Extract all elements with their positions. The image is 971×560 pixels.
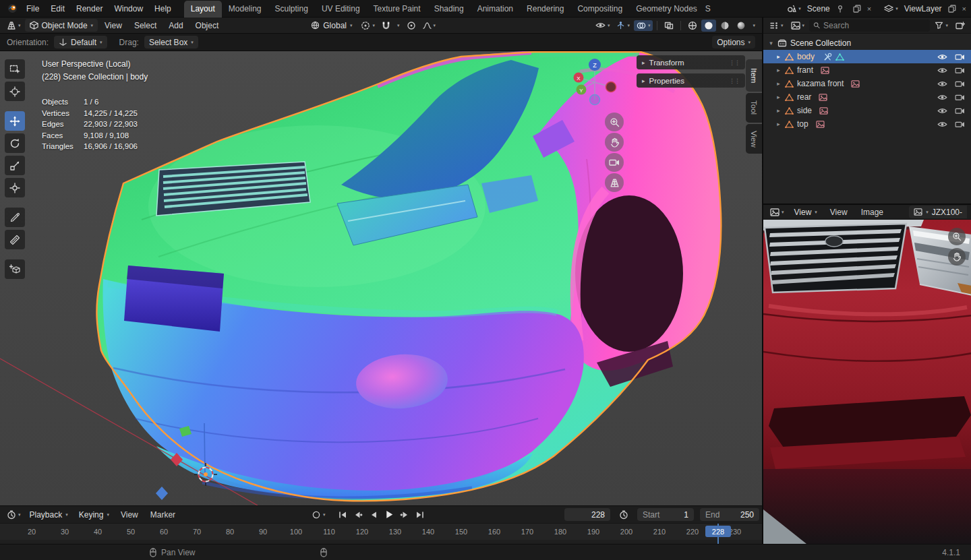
drag-grip-icon[interactable]: ⋮⋮ xyxy=(729,77,740,84)
view-layer-icon[interactable]: ▾ xyxy=(881,3,901,14)
workspace-tab-geometry-nodes[interactable]: Geometry Nodes xyxy=(629,1,704,18)
hide-eye-icon[interactable] xyxy=(937,67,947,74)
stopwatch-icon[interactable] xyxy=(616,509,631,521)
playhead-frame-badge[interactable]: 228 xyxy=(705,526,731,537)
hide-eye-icon[interactable] xyxy=(937,53,947,61)
workspace-tab-layout[interactable]: Layout xyxy=(184,1,222,18)
properties-panel-header[interactable]: ▸ Properties ⋮⋮ xyxy=(637,73,745,88)
gizmo-z-negative[interactable] xyxy=(590,95,600,105)
previous-keyframe-button[interactable] xyxy=(351,509,365,521)
keying-menu[interactable]: Keying▾ xyxy=(74,508,114,521)
image-texture-icon[interactable] xyxy=(819,94,827,101)
menu-select[interactable]: Select xyxy=(129,20,162,32)
play-button[interactable] xyxy=(382,509,396,521)
shading-settings-button[interactable]: ▾ xyxy=(750,22,758,29)
hide-eye-icon[interactable] xyxy=(937,80,947,88)
menu-help[interactable]: Help xyxy=(149,3,177,15)
scene-name[interactable]: Scene xyxy=(807,4,830,13)
new-view-layer-icon[interactable] xyxy=(945,3,959,14)
scale-tool-icon[interactable] xyxy=(5,156,25,175)
jump-to-end-button[interactable] xyxy=(413,509,427,521)
image-image-menu[interactable]: Image xyxy=(856,206,889,218)
zoom-button[interactable] xyxy=(605,113,624,131)
cursor-tool-icon[interactable] xyxy=(5,82,25,101)
sidebar-tab-tool[interactable]: Tool xyxy=(746,93,762,123)
workspace-tab-rendering[interactable]: Rendering xyxy=(520,1,570,18)
auto-keying-button[interactable]: ▾ xyxy=(309,509,328,521)
timeline-editor-type-button[interactable]: ▾ xyxy=(4,509,24,521)
blender-logo-icon[interactable] xyxy=(5,2,20,15)
annotate-tool-icon[interactable] xyxy=(5,208,25,227)
disable-render-camera-icon[interactable] xyxy=(955,94,965,101)
close-icon[interactable]: × xyxy=(867,5,871,13)
shading-solid-icon[interactable] xyxy=(701,20,716,32)
end-frame-field[interactable]: End 250 xyxy=(700,508,759,521)
image-view-menu[interactable]: View xyxy=(825,206,853,218)
outliner-row-rear[interactable]: ▸ rear xyxy=(763,90,971,104)
outliner-row-side[interactable]: ▸ side xyxy=(763,104,971,117)
outliner-row-body[interactable]: ▸ body xyxy=(763,50,971,63)
new-scene-icon[interactable] xyxy=(850,3,864,14)
mesh-data-icon[interactable] xyxy=(835,53,844,61)
xray-toggle-icon[interactable] xyxy=(661,20,676,31)
pin-icon[interactable] xyxy=(833,3,847,14)
workspace-tab-sculpting[interactable]: Sculpting xyxy=(268,1,315,18)
image-texture-icon[interactable] xyxy=(821,67,829,74)
rotate-tool-icon[interactable] xyxy=(5,133,25,153)
menu-render[interactable]: Render xyxy=(71,3,108,15)
transform-orientation-selector[interactable]: Global ▾ xyxy=(306,19,357,32)
proportional-editing-icon[interactable] xyxy=(404,20,419,32)
timeline-marker-menu[interactable]: Marker xyxy=(145,509,181,521)
modifier-wrench-icon[interactable] xyxy=(823,53,832,61)
outliner-search[interactable] xyxy=(809,20,930,32)
object-visibility-button[interactable]: ▾ xyxy=(593,20,613,30)
disable-render-camera-icon[interactable] xyxy=(955,121,965,128)
workspace-tab-shading[interactable]: Shading xyxy=(428,1,471,18)
timeline-ruler[interactable]: 20 30 40 50 60 70 80 90 100 110 120 130 … xyxy=(0,523,762,545)
pivot-point-button[interactable]: ▾ xyxy=(358,20,378,32)
sidebar-tab-item[interactable]: Item xyxy=(746,59,762,92)
image-editor-type-button[interactable]: ▾ xyxy=(767,207,787,218)
move-tool-icon[interactable] xyxy=(5,111,25,131)
view-layer-name[interactable]: ViewLayer xyxy=(904,4,942,13)
outliner-editor-type-button[interactable]: ▾ xyxy=(767,20,786,31)
gizmos-button[interactable]: ▾ xyxy=(614,20,632,31)
options-dropdown[interactable]: Options ▾ xyxy=(712,36,755,49)
workspace-tab-modeling[interactable]: Modeling xyxy=(222,1,268,18)
hide-eye-icon[interactable] xyxy=(937,121,947,128)
overlays-button[interactable]: ▾ xyxy=(634,20,653,31)
menu-window[interactable]: Window xyxy=(109,3,148,15)
workspace-tab-uv-editing[interactable]: UV Editing xyxy=(315,1,367,18)
orientation-dropdown[interactable]: Default ▾ xyxy=(54,36,107,49)
viewport-3d[interactable]: User Perspective (Local) (228) Scene Col… xyxy=(0,51,762,505)
jump-to-start-button[interactable] xyxy=(336,509,349,521)
shading-rendered-icon[interactable] xyxy=(734,20,748,32)
menu-view[interactable]: View xyxy=(99,20,127,32)
image-texture-icon[interactable] xyxy=(851,80,860,88)
workspace-tab-animation[interactable]: Animation xyxy=(471,1,520,18)
drag-grip-icon[interactable]: ⋮⋮ xyxy=(729,59,740,66)
menu-add[interactable]: Add xyxy=(163,20,188,32)
start-frame-field[interactable]: Start 1 xyxy=(637,508,694,521)
drag-dropdown[interactable]: Select Box ▾ xyxy=(144,36,198,49)
outliner-display-mode-button[interactable]: ▾ xyxy=(788,20,808,31)
snap-settings-button[interactable]: ▾ xyxy=(394,22,403,29)
select-box-tool-icon[interactable] xyxy=(5,59,25,79)
image-datablock-selector[interactable]: ▾ JZX100- xyxy=(909,206,967,218)
proportional-falloff-button[interactable]: ▾ xyxy=(420,20,439,31)
search-input[interactable] xyxy=(823,21,926,30)
pan-hand-button[interactable] xyxy=(605,133,624,152)
image-texture-icon[interactable] xyxy=(819,107,828,115)
play-reverse-button[interactable] xyxy=(367,509,380,521)
filter-button[interactable]: ▾ xyxy=(932,20,951,30)
close-icon[interactable]: × xyxy=(962,5,966,13)
disable-render-camera-icon[interactable] xyxy=(955,80,965,88)
perspective-toggle-button[interactable] xyxy=(605,173,624,192)
transform-panel-header[interactable]: ▸ Transform ⋮⋮ xyxy=(637,55,745,69)
measure-tool-icon[interactable] xyxy=(5,230,25,249)
snap-toggle-magnet-icon[interactable] xyxy=(379,20,393,31)
hide-eye-icon[interactable] xyxy=(937,107,947,115)
timeline-view-menu[interactable]: View xyxy=(115,509,144,521)
shading-wireframe-icon[interactable] xyxy=(685,20,700,32)
hide-eye-icon[interactable] xyxy=(937,94,947,101)
